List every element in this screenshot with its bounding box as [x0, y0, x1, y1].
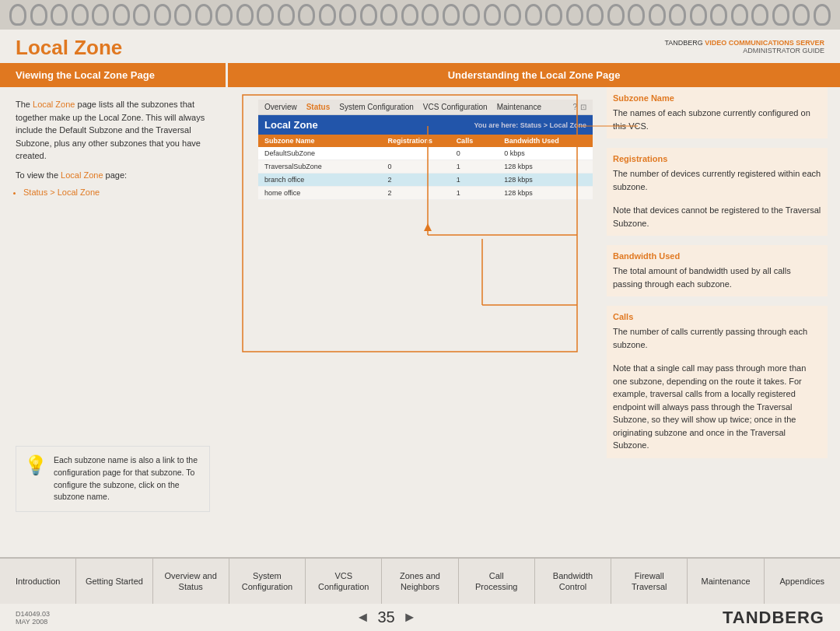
spiral-ring: [751, 4, 768, 26]
spiral-ring: [92, 4, 109, 26]
spiral-ring: [566, 4, 583, 26]
spiral-ring: [319, 4, 336, 26]
vcs-title-bar: Local Zone You are here: Status > Local …: [258, 115, 593, 135]
section-header-left: Viewing the Local Zone Page: [0, 63, 226, 87]
cell-reg: 2: [388, 189, 457, 197]
spiral-ring: [545, 4, 562, 26]
spiral-ring: [360, 4, 377, 26]
footer: D14049.03 MAY 2008 ◄ 35 ► TANDBERG: [0, 604, 840, 631]
spiral-ring: [278, 4, 295, 26]
spiral-ring: [401, 4, 418, 26]
tab-introduction[interactable]: Introduction: [0, 559, 76, 604]
tab-system-config[interactable]: SystemConfiguration: [229, 559, 306, 604]
spiral-ring: [257, 4, 274, 26]
tip-text: Each subzone name is also a link to the …: [54, 454, 201, 503]
tab-call-processing[interactable]: CallProcessing: [459, 559, 535, 604]
spiral-ring: [380, 4, 397, 26]
nav-overview[interactable]: Overview: [264, 103, 297, 111]
tab-vcs-config[interactable]: VCSConfiguration: [306, 559, 382, 604]
brand-highlight: VIDEO COMMUNICATIONS SERVER: [705, 39, 824, 47]
spiral-ring: [669, 4, 686, 26]
local-zone-link-2[interactable]: Local Zone: [61, 170, 103, 180]
spiral-binding: [0, 0, 840, 30]
tab-firewall-traversal[interactable]: FirewallTraversal: [611, 559, 688, 604]
bottom-nav: Introduction Getting Started Overview an…: [0, 557, 840, 604]
cell-name: TraversalSubZone: [264, 163, 388, 170]
spiral-ring: [586, 4, 604, 26]
cell-bw: 128 kbps: [504, 189, 586, 197]
vcs-screenshot: Overview Status System Configuration VCS…: [258, 100, 593, 200]
spiral-ring: [504, 4, 521, 26]
cell-calls: 1: [457, 189, 505, 197]
spiral-ring: [607, 4, 625, 26]
table-row: home office 2 1 128 kbps: [258, 187, 593, 200]
next-page-icon[interactable]: ►: [403, 609, 417, 626]
tab-appendices[interactable]: Appendices: [765, 559, 840, 604]
tab-maintenance[interactable]: Maintenance: [688, 559, 764, 604]
nav-item: Status > Local Zone: [23, 188, 210, 197]
spiral-ring: [236, 4, 254, 26]
registrations-text1: The number of devices currently register…: [613, 167, 821, 193]
cell-bw: 0 kbps: [504, 149, 586, 157]
table-header: Subzone Name Registrations Calls Bandwid…: [258, 135, 593, 147]
info-section-bandwidth: Bandwidth Used The total amount of bandw…: [607, 245, 828, 296]
spiral-ring: [793, 4, 810, 26]
page-number: 35: [377, 608, 394, 626]
info-section-registrations: Registrations The number of devices curr…: [607, 148, 828, 236]
spiral-ring: [772, 4, 789, 26]
registrations-text2: Note that devices cannot be registered t…: [613, 204, 821, 230]
tab-overview-status[interactable]: Overview andStatus: [153, 559, 229, 604]
cell-name: home office: [264, 189, 388, 197]
spiral-ring: [195, 4, 212, 26]
nav-system-config[interactable]: System Configuration: [339, 103, 414, 111]
local-zone-link-1[interactable]: Local Zone: [33, 100, 75, 109]
footer-left: D14049.03 MAY 2008: [16, 610, 50, 626]
vcs-breadcrumb: You are here: Status > Local Zone: [474, 121, 586, 129]
cell-reg: 2: [388, 176, 457, 184]
vcs-nav-icons: ? ⊡: [572, 103, 586, 111]
subzone-name-title: Subzone Name: [613, 93, 821, 103]
prev-page-icon[interactable]: ◄: [356, 609, 370, 626]
spiral-ring: [154, 4, 171, 26]
nav-list: Status > Local Zone: [23, 188, 210, 197]
center-panel: Overview Status System Configuration VCS…: [226, 87, 599, 631]
info-section-calls: Calls The number of calls currently pass…: [607, 306, 828, 458]
panels-wrapper: The Local Zone The Local Zone page lists…: [0, 87, 840, 631]
nav-vcs-config[interactable]: VCS Configuration: [423, 103, 488, 111]
section-header-right: Understanding the Local Zone Page: [228, 63, 840, 87]
doc-date: MAY 2008: [16, 618, 50, 626]
info-section-subzone: Subzone Name The names of each subzone c…: [607, 87, 828, 138]
spiral-ring: [710, 4, 727, 26]
tip-icon: 💡: [24, 454, 47, 476]
spiral-ring: [463, 4, 480, 26]
cell-bw: 128 kbps: [504, 163, 586, 170]
calls-title: Calls: [613, 312, 821, 321]
section-headers: Viewing the Local Zone Page Understandin…: [0, 63, 840, 87]
tab-bandwidth-control[interactable]: BandwidthControl: [535, 559, 611, 604]
cell-name: DefaultSubZone: [264, 149, 388, 157]
spiral-ring: [649, 4, 666, 26]
spiral-ring: [72, 4, 89, 26]
left-panel: The Local Zone The Local Zone page lists…: [0, 87, 226, 631]
footer-center: ◄ 35 ►: [356, 608, 417, 626]
tab-zones-neighbors[interactable]: Zones andNeighbors: [382, 559, 458, 604]
table-row: TraversalSubZone 0 1 128 kbps: [258, 160, 593, 174]
settings-icon[interactable]: ⊡: [580, 103, 586, 111]
cell-calls: 0: [457, 149, 505, 157]
th-bandwidth: Bandwidth Used: [504, 137, 586, 145]
tab-getting-started[interactable]: Getting Started: [76, 559, 152, 604]
help-icon[interactable]: ?: [572, 103, 577, 111]
subzone-name-text: The names of each subzone currently conf…: [613, 107, 821, 132]
brand-name: TANDBERG: [664, 39, 702, 47]
nav-maintenance[interactable]: Maintenance: [497, 103, 541, 111]
th-calls: Calls: [457, 137, 505, 145]
vcs-page-title: Local Zone: [264, 119, 318, 131]
spiral-ring: [525, 4, 542, 26]
spiral-ring: [113, 4, 130, 26]
th-subzone-name: Subzone Name: [264, 137, 388, 145]
nav-status[interactable]: Status: [306, 103, 331, 111]
vcs-table: Subzone Name Registrations Calls Bandwid…: [258, 135, 593, 200]
footer-brand: TANDBERG: [723, 608, 824, 628]
bandwidth-title: Bandwidth Used: [613, 251, 821, 261]
cell-bw: 128 kbps: [504, 176, 586, 184]
